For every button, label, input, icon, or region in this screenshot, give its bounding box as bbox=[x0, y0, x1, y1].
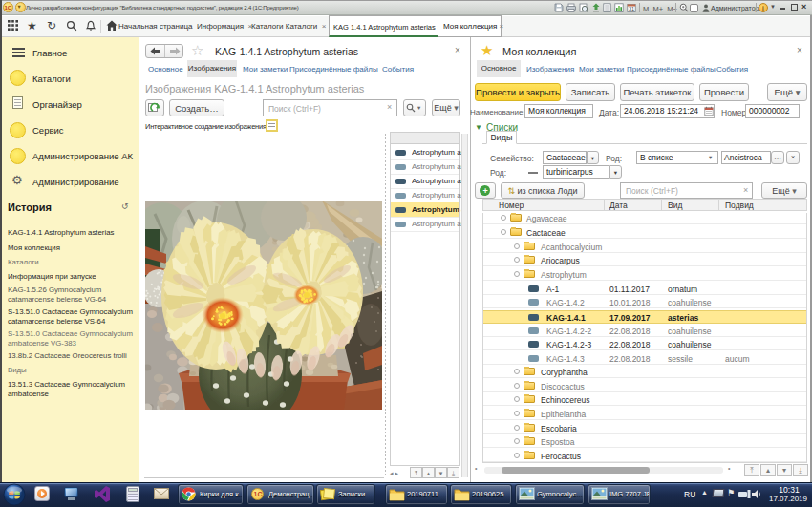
svg-text:31: 31 bbox=[629, 6, 634, 11]
